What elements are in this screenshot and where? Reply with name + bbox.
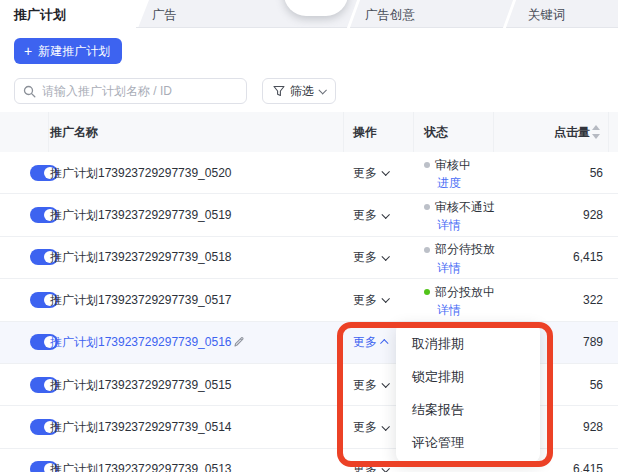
more-chevron-icon bbox=[381, 380, 389, 388]
filter-button-label: 筛选 bbox=[290, 83, 314, 100]
search-icon bbox=[23, 85, 36, 98]
status-cell: 部分待投放 详情 bbox=[424, 242, 495, 277]
clicks-value: 928 bbox=[583, 420, 603, 434]
status-cell: 审核中 进度 bbox=[424, 157, 471, 192]
column-header-action: 操作 bbox=[353, 112, 377, 152]
more-button[interactable]: 更多 bbox=[353, 249, 388, 266]
status-text: 审核中 bbox=[435, 157, 471, 174]
tab-keywords[interactable]: 关键词 bbox=[528, 7, 566, 24]
status-dot bbox=[424, 289, 430, 295]
more-button-label: 更多 bbox=[353, 376, 377, 393]
table-header: 推广名称 操作 状态 点击量 bbox=[0, 112, 618, 152]
more-button[interactable]: 更多 bbox=[353, 291, 388, 308]
status-text: 部分待投放 bbox=[435, 241, 495, 258]
new-campaign-button-label: 新建推广计划 bbox=[38, 43, 110, 60]
status-detail-link[interactable]: 详情 bbox=[437, 260, 495, 277]
more-button[interactable]: 更多 bbox=[353, 419, 388, 436]
column-header-status: 状态 bbox=[424, 112, 448, 152]
more-chevron-icon bbox=[381, 210, 389, 218]
status-text: 审核不通过 bbox=[435, 199, 495, 216]
new-campaign-button[interactable]: + 新建推广计划 bbox=[14, 38, 122, 64]
more-chevron-icon bbox=[381, 422, 389, 430]
column-header-clicks[interactable]: 点击量 bbox=[554, 112, 590, 152]
more-button[interactable]: 更多 bbox=[353, 334, 388, 351]
campaign-name: 推广计划173923729297739_0520 bbox=[50, 164, 231, 181]
campaign-name: 推广计划173923729297739_0518 bbox=[50, 249, 231, 266]
table-row: 推广计划173923729297739_0520 更多 审核中 进度 56 bbox=[0, 152, 618, 194]
more-button-label: 更多 bbox=[353, 419, 377, 436]
tab-bar-divider bbox=[136, 27, 618, 28]
clicks-value: 789 bbox=[583, 335, 603, 349]
funnel-icon bbox=[273, 85, 285, 97]
chevron-down-icon bbox=[318, 86, 326, 94]
more-button[interactable]: 更多 bbox=[353, 376, 388, 393]
search-input-wrapper[interactable] bbox=[14, 78, 247, 104]
status-dot bbox=[424, 162, 430, 168]
status-detail-link[interactable]: 详情 bbox=[437, 217, 495, 234]
more-button-label: 更多 bbox=[353, 249, 377, 266]
more-dropdown-menu: 取消排期锁定排期结案报告评论管理 bbox=[396, 323, 540, 462]
status-dot bbox=[424, 204, 430, 210]
table-row: 推广计划173923729297739_0517 更多 部分投放中 详情 322 bbox=[0, 279, 618, 321]
more-button[interactable]: 更多 bbox=[353, 207, 388, 224]
status-detail-link[interactable]: 进度 bbox=[437, 175, 471, 192]
edit-pencil-icon[interactable] bbox=[233, 336, 245, 348]
tab-ads[interactable]: 广告 bbox=[152, 7, 177, 24]
dropdown-item[interactable]: 结案报告 bbox=[396, 393, 540, 426]
clicks-value: 6,415 bbox=[573, 462, 603, 472]
status-text: 部分投放中 bbox=[435, 284, 495, 301]
more-chevron-icon bbox=[381, 253, 389, 261]
plus-icon: + bbox=[24, 44, 32, 58]
more-button-label: 更多 bbox=[353, 334, 377, 351]
sort-icon[interactable] bbox=[592, 125, 600, 139]
dropdown-item[interactable]: 评论管理 bbox=[396, 426, 540, 459]
status-cell: 部分投放中 详情 bbox=[424, 284, 495, 319]
more-button-label: 更多 bbox=[353, 461, 377, 472]
more-button-label: 更多 bbox=[353, 291, 377, 308]
column-header-name: 推广名称 bbox=[50, 112, 98, 152]
more-chevron-icon bbox=[381, 168, 389, 176]
clicks-value: 322 bbox=[583, 293, 603, 307]
clicks-value: 6,415 bbox=[573, 250, 603, 264]
clicks-value: 56 bbox=[590, 166, 603, 180]
clicks-value: 56 bbox=[590, 378, 603, 392]
more-button[interactable]: 更多 bbox=[353, 461, 388, 472]
more-button-label: 更多 bbox=[353, 164, 377, 181]
dropdown-item[interactable]: 锁定排期 bbox=[396, 360, 540, 393]
campaign-name[interactable]: 推广计划173923729297739_0516 bbox=[50, 334, 231, 351]
clicks-value: 928 bbox=[583, 208, 603, 222]
table-row: 推广计划173923729297739_0519 更多 审核不通过 详情 928 bbox=[0, 194, 618, 236]
campaign-name: 推广计划173923729297739_0515 bbox=[50, 376, 231, 393]
status-cell: 审核不通过 详情 bbox=[424, 199, 495, 234]
campaign-name: 推广计划173923729297739_0519 bbox=[50, 207, 231, 224]
filter-button[interactable]: 筛选 bbox=[262, 78, 336, 104]
tab-creatives[interactable]: 广告创意 bbox=[365, 7, 415, 24]
more-chevron-icon bbox=[381, 295, 389, 303]
more-button[interactable]: 更多 bbox=[353, 164, 388, 181]
more-button-label: 更多 bbox=[353, 207, 377, 224]
campaign-name: 推广计划173923729297739_0517 bbox=[50, 291, 231, 308]
search-input[interactable] bbox=[42, 84, 238, 98]
campaign-name: 推广计划173923729297739_0514 bbox=[50, 419, 231, 436]
dropdown-item[interactable]: 取消排期 bbox=[396, 327, 540, 360]
tab-campaigns[interactable]: 推广计划 bbox=[14, 6, 66, 24]
table-row: 推广计划173923729297739_0518 更多 部分待投放 详情 6,4… bbox=[0, 237, 618, 279]
more-chevron-icon bbox=[380, 339, 388, 347]
campaign-name: 推广计划173923729297739_0513 bbox=[50, 461, 231, 472]
more-chevron-icon bbox=[381, 464, 389, 472]
status-dot bbox=[424, 247, 430, 253]
status-detail-link[interactable]: 详情 bbox=[437, 302, 495, 319]
